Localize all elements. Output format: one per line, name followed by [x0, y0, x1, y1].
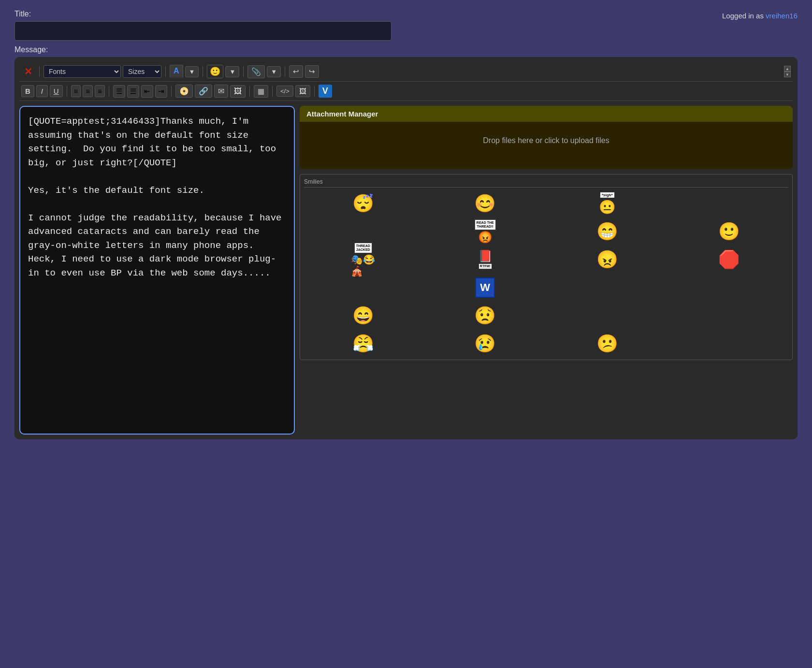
- smilie-confused[interactable]: 😕: [595, 332, 619, 356]
- smilie-grin[interactable]: 😁: [595, 219, 619, 244]
- smilie-sleeping[interactable]: 😴: [351, 191, 375, 216]
- toolbar-row1: ✕ Fonts Arial Times New Roman Courier Ne…: [19, 62, 793, 82]
- smilie-worried[interactable]: 😟: [473, 304, 497, 328]
- smilie-sad[interactable]: 😢: [473, 332, 497, 356]
- smiley-button[interactable]: 🙂: [207, 65, 223, 78]
- attachment-dropdown[interactable]: ▼: [267, 66, 281, 77]
- scroll-arrows: ▲ ▼: [784, 66, 791, 77]
- separator7: [109, 86, 109, 97]
- title-input[interactable]: [14, 21, 392, 41]
- insert-cd-button[interactable]: 📀: [175, 85, 193, 98]
- font-select[interactable]: Fonts Arial Times New Roman Courier New …: [44, 65, 121, 78]
- username-link[interactable]: vreihen16: [766, 12, 798, 20]
- separator1: [39, 66, 40, 77]
- smiley-dropdown[interactable]: ▼: [225, 66, 239, 77]
- smilie-angry[interactable]: 😠: [595, 247, 619, 272]
- smilie-smiley[interactable]: 🙂: [717, 219, 741, 244]
- undo-button[interactable]: ↩: [289, 65, 303, 78]
- align-left-button[interactable]: ≡: [71, 85, 81, 97]
- insert-link-button[interactable]: 🔗: [195, 85, 212, 98]
- separator8: [171, 86, 172, 97]
- font-color-button[interactable]: A: [170, 65, 183, 78]
- smilie-readthread[interactable]: READ THETHREAD!! 😡: [473, 219, 497, 244]
- message-editor[interactable]: [QUOTE=apptest;31446433]Thanks much, I'm…: [19, 106, 295, 435]
- v-button[interactable]: V: [319, 85, 332, 98]
- insert-email-button[interactable]: ✉: [214, 85, 228, 98]
- outdent-button[interactable]: ⇤: [141, 85, 153, 98]
- smilie-grinning[interactable]: 😄: [351, 304, 375, 328]
- size-select[interactable]: Sizes 8 10 12 14 16 18 24 36: [123, 65, 161, 78]
- italic-button[interactable]: I: [36, 85, 48, 97]
- separator5: [285, 66, 285, 77]
- scroll-up[interactable]: ▲: [784, 66, 791, 72]
- separator2: [165, 66, 166, 77]
- separator6: [67, 86, 67, 97]
- smilies-header: Smilies: [304, 178, 788, 188]
- table-button[interactable]: ▦: [254, 85, 268, 98]
- redo-button[interactable]: ↪: [305, 65, 319, 78]
- smilie-threadjacked[interactable]: THREADJACKED 🎭😂🎪: [351, 247, 375, 272]
- smilies-grid: 😴 😊 *sigh* 😐: [304, 191, 788, 356]
- smilie-sigh[interactable]: *sigh* 😐: [595, 191, 619, 216]
- smilie-rtfm[interactable]: 📕 RTFM!: [473, 247, 497, 272]
- indent-button[interactable]: ⇥: [155, 85, 167, 98]
- bold-button[interactable]: B: [21, 85, 34, 97]
- smilie-angry2[interactable]: 😤: [351, 332, 375, 356]
- insert-image-button[interactable]: 🖼: [230, 85, 246, 98]
- separator3: [203, 66, 203, 77]
- separator10: [272, 86, 273, 97]
- smilies-section: Smilies 😴 😊 *sigh* 😐: [300, 174, 793, 360]
- code-button[interactable]: </>: [276, 86, 293, 97]
- separator4: [243, 66, 244, 77]
- attachment-manager[interactable]: Attachment Manager Drop files here or cl…: [300, 106, 793, 169]
- right-panel: Attachment Manager Drop files here or cl…: [300, 106, 793, 435]
- smilie-stop[interactable]: 🛑: [717, 247, 741, 272]
- align-right-button[interactable]: ≡: [95, 85, 105, 97]
- separator11: [314, 86, 315, 97]
- smilie-smile[interactable]: 😊: [473, 191, 497, 216]
- toolbar-row2: B I U ≡ ≡ ≡ ☰ ☰ ⇤ ⇥ 📀 🔗 ✉ 🖼 ▦ </> 🖼 V: [19, 82, 793, 101]
- message-label: Message:: [14, 45, 798, 54]
- attachment-button[interactable]: 📎: [247, 65, 265, 78]
- list-ul-button[interactable]: ☰: [113, 85, 125, 98]
- logged-in-text: Logged in as vreihen16: [722, 10, 798, 20]
- align-center-button[interactable]: ≡: [83, 85, 93, 97]
- message-content: [QUOTE=apptest;31446433]Thanks much, I'm…: [28, 115, 286, 280]
- attachment-header: Attachment Manager: [300, 106, 793, 122]
- font-color-dropdown[interactable]: ▼: [185, 66, 199, 77]
- list-ol-button[interactable]: ☰: [127, 85, 139, 98]
- separator9: [249, 86, 250, 97]
- attachment-drop-zone[interactable]: Drop files here or click to upload files: [300, 122, 793, 169]
- editor-container: ✕ Fonts Arial Times New Roman Courier Ne…: [14, 57, 798, 439]
- underline-button[interactable]: U: [50, 85, 63, 97]
- close-button[interactable]: ✕: [21, 66, 35, 77]
- scroll-down[interactable]: ▼: [784, 72, 791, 77]
- media-button[interactable]: 🖼: [295, 85, 310, 97]
- title-label: Title:: [14, 10, 392, 18]
- smilie-word[interactable]: W: [473, 276, 497, 300]
- content-area: [QUOTE=apptest;31446433]Thanks much, I'm…: [19, 101, 793, 435]
